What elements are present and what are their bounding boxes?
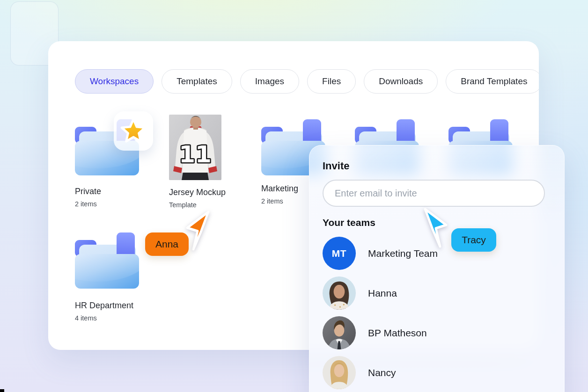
tab-templates[interactable]: Templates: [162, 69, 232, 94]
member-name: Marketing Team: [368, 248, 438, 259]
tab-images[interactable]: Images: [240, 69, 299, 94]
corner-mark: [0, 389, 4, 392]
tab-brand-templates[interactable]: Brand Templates: [446, 69, 539, 94]
your-teams-heading: Your teams: [323, 217, 375, 228]
jersey-mockup-thumbnail: 11: [169, 115, 221, 180]
avatar-hanna: [323, 276, 356, 310]
folder-tile-private[interactable]: Private 2 items: [75, 119, 169, 241]
file-type: Template: [169, 201, 226, 209]
category-tabbar: Workspaces Templates Images Files Downlo…: [75, 69, 539, 94]
cursor-name-tag: Anna: [145, 232, 189, 256]
folder-item-count: 4 items: [75, 314, 133, 322]
cursor-arrow-icon: [185, 211, 210, 252]
file-name: Jersey Mockup: [169, 188, 226, 197]
invite-panel: Invite Your teams MT Marketing Team: [309, 145, 565, 392]
member-name: BP Matheson: [368, 327, 427, 339]
screen: Workspaces Templates Images Files Downlo…: [0, 0, 588, 392]
folder-icon: [75, 232, 139, 289]
jersey-number: 11: [179, 141, 212, 168]
avatar-nancy: [323, 356, 356, 389]
folder-name: HR Department: [75, 301, 133, 311]
favorite-star-badge: [114, 111, 153, 151]
invite-panel-title: Invite: [323, 160, 349, 172]
tab-files[interactable]: Files: [307, 69, 356, 94]
avatar-marketing-team: MT: [323, 237, 356, 270]
team-member-list: MT Marketing Team Hanna: [323, 233, 551, 392]
member-name: Hanna: [368, 288, 397, 299]
folder-name: Marketing: [261, 184, 298, 194]
cursor-name-tag: Tracy: [451, 228, 496, 252]
avatar-bp-matheson: [323, 316, 356, 349]
member-row-bp-matheson[interactable]: BP Matheson: [323, 313, 551, 353]
cursor-arrow-icon: [424, 208, 448, 249]
member-row-nancy[interactable]: Nancy: [323, 353, 551, 392]
invite-email-input[interactable]: [323, 180, 545, 207]
member-row-hanna[interactable]: Hanna: [323, 273, 551, 313]
folder-item-count: 2 items: [75, 200, 101, 208]
member-name: Nancy: [368, 367, 396, 378]
folder-item-count: 2 items: [261, 197, 298, 205]
star-icon: [119, 116, 148, 145]
tab-downloads[interactable]: Downloads: [364, 69, 438, 94]
tab-workspaces[interactable]: Workspaces: [75, 69, 154, 94]
folder-name: Private: [75, 187, 101, 196]
